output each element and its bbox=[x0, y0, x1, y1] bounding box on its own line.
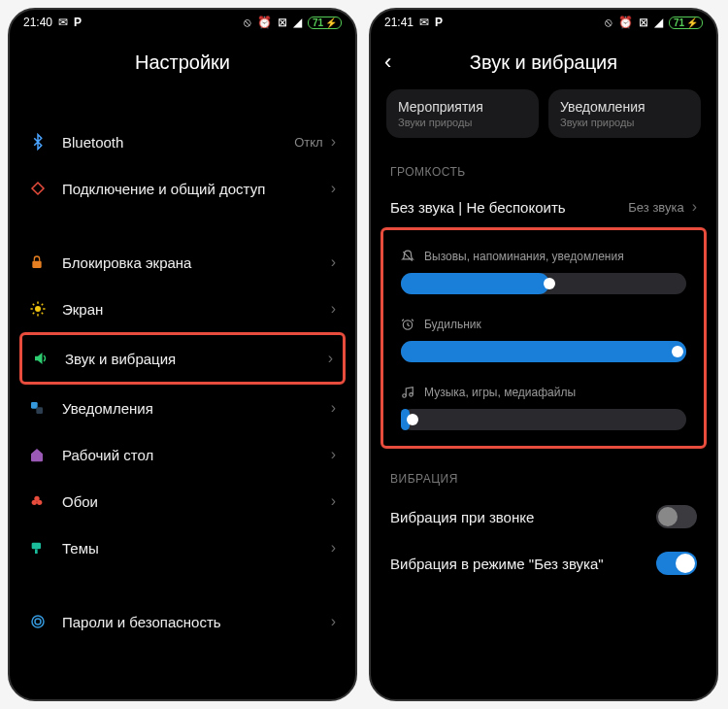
brush-icon bbox=[29, 540, 62, 556]
phone-right: 21:41 ✉ P ⦸ ⏰ ⊠ ◢ 71⚡ ‹ Звук и вибрация … bbox=[369, 8, 718, 701]
clock: 21:40 bbox=[23, 16, 52, 29]
settings-row-lockscreen[interactable]: Блокировка экрана › bbox=[10, 239, 355, 286]
lock-icon bbox=[29, 254, 62, 270]
phone-left: 21:40 ✉ P ⦸ ⏰ ⊠ ◢ 71⚡ Настройки Bluetoot… bbox=[8, 8, 357, 701]
svg-line-7 bbox=[42, 313, 44, 315]
chevron-right-icon: › bbox=[692, 198, 697, 216]
row-label: Bluetooth bbox=[62, 134, 294, 151]
share-icon bbox=[29, 180, 62, 197]
row-value: Откл bbox=[294, 135, 323, 150]
row-label: Вибрация при звонке bbox=[390, 509, 656, 525]
row-label: Без звука | Не беспокоить bbox=[390, 199, 628, 216]
slider-label-text: Музыка, игры, медиафайлы bbox=[424, 386, 576, 399]
battery-indicator: 71⚡ bbox=[308, 17, 342, 29]
highlight-volume-sliders: Вызовы, напоминания, уведомления Будильн… bbox=[381, 227, 707, 449]
fingerprint-icon bbox=[29, 613, 62, 630]
svg-rect-15 bbox=[32, 543, 41, 550]
close-icon: ⊠ bbox=[278, 16, 287, 29]
svg-point-18 bbox=[35, 619, 41, 625]
notifications-icon bbox=[29, 400, 62, 416]
flower-icon bbox=[29, 493, 62, 509]
chevron-right-icon: › bbox=[331, 300, 336, 318]
card-title: Уведомления bbox=[560, 99, 689, 115]
page-title: Настройки bbox=[135, 51, 230, 74]
card-subtitle: Звуки природы bbox=[398, 117, 527, 128]
row-label: Блокировка экрана bbox=[62, 254, 331, 271]
svg-point-13 bbox=[32, 500, 37, 505]
signal-icon: ◢ bbox=[293, 16, 302, 29]
toggle-vibrate-silent[interactable] bbox=[656, 552, 697, 575]
vibrate-on-ring-row[interactable]: Вибрация при звонке bbox=[371, 493, 716, 540]
slider-calls[interactable]: Вызовы, напоминания, уведомления bbox=[387, 236, 700, 304]
row-label: Темы bbox=[62, 540, 331, 557]
clock: 21:41 bbox=[384, 16, 414, 29]
highlight-sound-row: Звук и вибрация › bbox=[19, 332, 346, 385]
status-bar: 21:41 ✉ P ⦸ ⏰ ⊠ ◢ 71⚡ bbox=[371, 10, 716, 35]
row-label: Обои bbox=[62, 493, 331, 510]
chevron-right-icon: › bbox=[331, 133, 336, 151]
back-button[interactable]: ‹ bbox=[384, 50, 391, 75]
bluetooth-icon bbox=[29, 133, 62, 151]
svg-point-21 bbox=[410, 393, 414, 397]
battery-indicator: 71⚡ bbox=[669, 17, 703, 29]
settings-row-bluetooth[interactable]: Bluetooth Откл › bbox=[10, 118, 355, 165]
section-vibration: ВИБРАЦИЯ bbox=[371, 462, 716, 493]
toggle-vibrate-ring[interactable] bbox=[656, 505, 697, 528]
slider-label-text: Будильник bbox=[424, 318, 481, 331]
chevron-right-icon: › bbox=[331, 446, 336, 463]
settings-row-themes[interactable]: Темы › bbox=[10, 524, 355, 571]
chevron-right-icon: › bbox=[331, 180, 336, 197]
settings-row-home[interactable]: Рабочий стол › bbox=[10, 431, 355, 478]
chevron-right-icon: › bbox=[328, 350, 333, 367]
vibrate-on-silent-row[interactable]: Вибрация в режиме "Без звука" bbox=[371, 540, 716, 587]
row-label: Звук и вибрация bbox=[65, 351, 328, 367]
page-header: ‹ Звук и вибрация bbox=[371, 35, 716, 89]
silent-dnd-row[interactable]: Без звука | Не беспокоить Без звука › bbox=[371, 186, 716, 227]
settings-row-sound[interactable]: Звук и вибрация › bbox=[22, 335, 343, 382]
card-notifications[interactable]: Уведомления Звуки природы bbox=[548, 89, 701, 138]
settings-row-display[interactable]: Экран › bbox=[10, 286, 355, 332]
slider-track[interactable] bbox=[401, 409, 686, 430]
svg-line-8 bbox=[33, 313, 35, 315]
card-events[interactable]: Мероприятия Звуки природы bbox=[386, 89, 539, 138]
svg-point-1 bbox=[35, 306, 41, 312]
alarm-clock-icon bbox=[401, 318, 414, 331]
alarm-icon: ⏰ bbox=[257, 16, 272, 29]
mail-icon: ✉ bbox=[58, 16, 68, 29]
parking-icon: P bbox=[435, 16, 443, 29]
card-title: Мероприятия bbox=[398, 99, 527, 115]
parking-icon: P bbox=[74, 16, 82, 29]
chevron-right-icon: › bbox=[331, 253, 336, 271]
signal-icon: ◢ bbox=[654, 16, 663, 29]
svg-rect-0 bbox=[32, 261, 41, 268]
card-subtitle: Звуки природы bbox=[560, 117, 689, 128]
slider-track[interactable] bbox=[401, 341, 686, 362]
slider-label-text: Вызовы, напоминания, уведомления bbox=[424, 250, 624, 263]
svg-point-17 bbox=[32, 616, 44, 627]
slider-media[interactable]: Музыка, игры, медиафайлы bbox=[387, 372, 700, 440]
svg-rect-10 bbox=[31, 402, 38, 409]
svg-point-14 bbox=[37, 500, 42, 505]
row-label: Уведомления bbox=[62, 400, 331, 417]
dnd-icon: ⦸ bbox=[244, 16, 251, 29]
chevron-right-icon: › bbox=[331, 613, 336, 630]
dnd-icon: ⦸ bbox=[605, 16, 612, 29]
section-volume: ГРОМКОСТЬ bbox=[371, 155, 716, 186]
slider-alarm[interactable]: Будильник bbox=[387, 304, 700, 372]
svg-rect-11 bbox=[36, 407, 43, 414]
page-header: Настройки bbox=[10, 35, 355, 89]
chevron-right-icon: › bbox=[331, 492, 336, 510]
settings-row-passwords[interactable]: Пароли и безопасность › bbox=[10, 598, 355, 645]
page-title: Звук и вибрация bbox=[470, 51, 617, 74]
settings-row-share[interactable]: Подключение и общий доступ › bbox=[10, 165, 355, 212]
settings-row-notifications[interactable]: Уведомления › bbox=[10, 385, 355, 431]
settings-row-wallpaper[interactable]: Обои › bbox=[10, 478, 355, 524]
alarm-icon: ⏰ bbox=[618, 16, 633, 29]
sound-settings: Мероприятия Звуки природы Уведомления Зв… bbox=[371, 89, 716, 699]
row-label: Пароли и безопасность bbox=[62, 614, 331, 630]
chevron-right-icon: › bbox=[331, 399, 336, 417]
status-bar: 21:40 ✉ P ⦸ ⏰ ⊠ ◢ 71⚡ bbox=[10, 10, 355, 35]
chevron-right-icon: › bbox=[331, 539, 336, 557]
bell-off-icon bbox=[401, 250, 414, 263]
slider-track[interactable] bbox=[401, 273, 686, 294]
